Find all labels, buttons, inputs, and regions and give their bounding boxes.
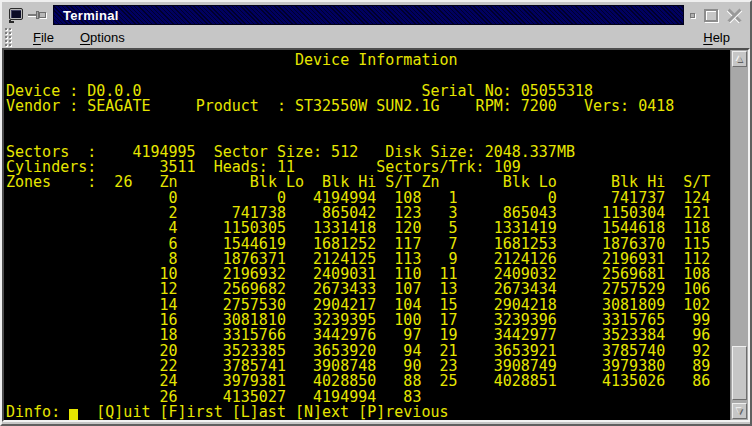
- menu-file[interactable]: File: [27, 28, 60, 47]
- scrollbar-down-button[interactable]: ▼: [732, 403, 747, 419]
- minimize-dot-icon[interactable]: [690, 13, 695, 18]
- up-arrow-icon: ▲: [735, 54, 745, 64]
- terminal-text: Device Information Device : D0.0.0 Seria…: [4, 50, 730, 405]
- terminal-monitor-icon: [8, 8, 25, 23]
- scrollbar[interactable]: ▲ ▼: [730, 50, 748, 420]
- prompt-label: Dinfo:: [6, 403, 60, 420]
- window-controls: [690, 8, 746, 23]
- menu-tearoff-handle[interactable]: [4, 27, 13, 47]
- terminal-widget: Device Information Device : D0.0.0 Seria…: [2, 48, 750, 422]
- down-arrow-icon: ▼: [735, 406, 745, 416]
- window-title: Terminal: [63, 8, 119, 23]
- window-menu-button[interactable]: [5, 6, 27, 25]
- maximize-square-icon[interactable]: [704, 9, 718, 22]
- terminal-screen[interactable]: Device Information Device : D0.0.0 Seria…: [4, 50, 730, 420]
- titlebar[interactable]: Terminal: [2, 2, 750, 26]
- scrollbar-thumb[interactable]: [732, 346, 747, 400]
- pin-button[interactable]: [27, 6, 49, 25]
- pushpin-icon: [28, 9, 48, 21]
- scrollbar-up-button[interactable]: ▲: [732, 51, 747, 67]
- terminal-prompt-line: Dinfo: [Q]uit [F]irst [L]ast [N]ext [P]r…: [4, 405, 730, 420]
- window-title-area[interactable]: Terminal: [53, 5, 684, 25]
- menu-options[interactable]: Options: [74, 28, 131, 47]
- prompt-keys: [Q]uit [F]irst [L]ast [N]ext [P]revious: [96, 403, 448, 420]
- close-x-icon[interactable]: [727, 8, 742, 23]
- menu-help[interactable]: Help: [697, 28, 736, 47]
- menubar: File Options Help: [2, 26, 750, 48]
- terminal-cursor: [69, 409, 78, 420]
- terminal-window: Terminal File Options Help Device Inform…: [0, 0, 752, 426]
